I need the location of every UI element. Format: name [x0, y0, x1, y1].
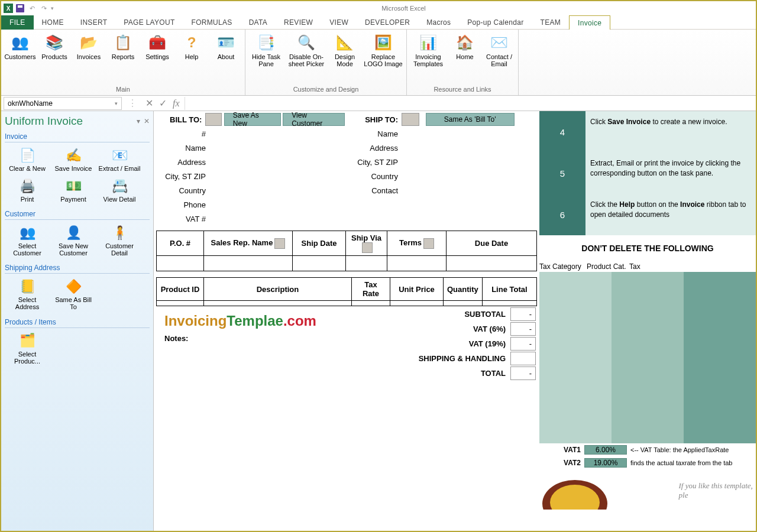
reports-button[interactable]: 📋Reports: [106, 31, 140, 63]
person-add-icon: 👤: [63, 225, 83, 241]
tip-text: Extract, Email or print the invoice by c…: [585, 153, 756, 194]
label: Products: [41, 53, 67, 60]
tab-insert[interactable]: INSERT: [72, 15, 116, 30]
help-button[interactable]: ?Help: [175, 31, 208, 63]
label: Name: [156, 144, 209, 153]
undo-icon[interactable]: ↶: [27, 4, 37, 13]
invoices-button[interactable]: 📂Invoices: [72, 31, 105, 63]
same-as-bill-button[interactable]: 🔶Same As Bill To: [51, 276, 96, 313]
home-link-button[interactable]: 🏠Home: [448, 31, 481, 63]
svg-text:X: X: [7, 5, 11, 12]
products-button[interactable]: 📚Products: [38, 31, 71, 63]
tab-file[interactable]: FILE: [1, 15, 34, 30]
image-icon: 🖼️: [374, 33, 393, 52]
tab-data[interactable]: DATA: [241, 15, 276, 30]
ship-selector[interactable]: [402, 113, 419, 126]
cell[interactable]: [346, 256, 387, 271]
view-detail-button[interactable]: 📇View Detail: [97, 176, 142, 205]
tab-review[interactable]: REVIEW: [276, 15, 321, 30]
label: Clear & New: [9, 165, 46, 172]
customers-button[interactable]: 👥Customers: [4, 31, 37, 63]
chevron-down-icon[interactable]: ▾: [137, 117, 140, 125]
tip-number: 5: [539, 153, 585, 194]
enter-icon[interactable]: ✓: [159, 98, 167, 109]
design-mode-button[interactable]: 📐Design Mode: [328, 31, 361, 70]
clear-new-button[interactable]: 📄Clear & New: [5, 145, 50, 174]
payment-button[interactable]: 💵Payment: [51, 176, 96, 205]
same-as-bill-to-button[interactable]: Same As 'Bill To': [426, 113, 515, 126]
label: Name: [348, 129, 402, 138]
customer-detail-button[interactable]: 🧍Customer Detail: [97, 222, 142, 259]
cell[interactable]: [204, 301, 352, 306]
cell[interactable]: [447, 256, 537, 271]
print-button[interactable]: 🖨️Print: [5, 176, 50, 205]
tab-popup-calendar[interactable]: Pop-up Calendar: [459, 15, 532, 30]
app-title: Microsoft Excel: [54, 5, 753, 12]
save-new-customer-button[interactable]: 👤Save New Customer: [51, 222, 96, 259]
cell[interactable]: [157, 256, 204, 271]
vat19-label: VAT (19%): [348, 337, 509, 351]
select-address-button[interactable]: 📒Select Address: [5, 276, 50, 313]
bill-selector[interactable]: [205, 113, 222, 126]
save-as-new-button[interactable]: Save As New: [224, 113, 281, 126]
settings-button[interactable]: 🧰Settings: [141, 31, 174, 63]
replace-logo-button[interactable]: 🖼️Replace LOGO Image: [363, 31, 404, 70]
view-customer-button[interactable]: View Customer: [283, 113, 345, 126]
ribbon-group-customize: 📑Hide Task Pane 🔍Disable On-sheet Picker…: [245, 30, 407, 95]
chevron-down-icon[interactable]: ▾: [115, 100, 118, 106]
person-icon: 🧍: [109, 225, 130, 241]
taskpane-title-text: Uniform Invoice: [5, 115, 83, 128]
about-button[interactable]: 🪪About: [209, 31, 242, 63]
contact-email-button[interactable]: ✉️Contact / Email: [483, 31, 516, 70]
cell[interactable]: [482, 301, 536, 306]
shipping-value[interactable]: [510, 352, 536, 365]
tab-home[interactable]: HOME: [34, 15, 72, 30]
tab-formulas[interactable]: FORMULAS: [183, 15, 241, 30]
save-invoice-button[interactable]: ✍️Save Invoice: [51, 145, 96, 174]
cell[interactable]: [352, 301, 390, 306]
worksheet[interactable]: BILL TO: Save As New View Customer # Nam…: [154, 111, 756, 531]
label: Help: [185, 53, 199, 60]
tab-team[interactable]: TEAM: [532, 15, 570, 30]
tab-view[interactable]: VIEW: [321, 15, 357, 30]
via-selector[interactable]: [362, 242, 373, 253]
select-customer-button[interactable]: 👥Select Customer: [5, 222, 50, 259]
save-icon[interactable]: [15, 4, 25, 13]
disable-picker-button[interactable]: 🔍Disable On-sheet Picker: [286, 31, 327, 70]
vat6-value: -: [510, 322, 536, 336]
cancel-icon[interactable]: ✕: [145, 98, 153, 109]
col-price: Unit Price: [390, 278, 444, 301]
section-invoice: Invoice: [5, 131, 150, 142]
chart-icon: 📊: [419, 33, 438, 52]
cell[interactable]: [390, 301, 444, 306]
col-shipvia: Ship Via: [346, 231, 387, 256]
hide-taskpane-button[interactable]: 📑Hide Task Pane: [248, 31, 284, 70]
redo-icon[interactable]: ↷: [39, 4, 48, 13]
label: Save New Customer: [52, 242, 95, 257]
items-table: Product ID Description Tax Rate Unit Pri…: [156, 277, 537, 306]
cell[interactable]: [204, 256, 293, 271]
cell[interactable]: [293, 256, 346, 271]
tab-macros[interactable]: Macros: [418, 15, 459, 30]
ribbon-group-resource: 📊Invoicing Templates 🏠Home ✉️Contact / E…: [407, 30, 519, 95]
subtotal-value: -: [510, 307, 536, 321]
tab-developer[interactable]: DEVELOPER: [357, 15, 418, 30]
cell[interactable]: [157, 301, 204, 306]
formula-input[interactable]: [185, 97, 756, 110]
terms-selector[interactable]: [423, 238, 434, 249]
fx-icon[interactable]: fx: [173, 98, 180, 109]
ribbon-group-main: 👥Customers 📚Products 📂Invoices 📋Reports …: [1, 30, 245, 95]
name-box[interactable]: oknWhoName▾: [4, 97, 122, 110]
select-product-button[interactable]: 🗂️Select Produc...: [5, 330, 50, 367]
rep-selector[interactable]: [274, 238, 285, 249]
tab-page-layout[interactable]: PAGE LAYOUT: [115, 15, 183, 30]
tab-invoice[interactable]: Invoice: [569, 15, 610, 30]
cell[interactable]: [387, 256, 447, 271]
group-label: Main: [4, 86, 242, 94]
cell[interactable]: [444, 301, 483, 306]
extract-email-button[interactable]: 📧Extract / Email: [97, 145, 142, 174]
close-icon[interactable]: ✕: [144, 117, 150, 125]
people-icon: 👥: [11, 33, 30, 52]
invoicing-templates-button[interactable]: 📊Invoicing Templates: [409, 31, 447, 70]
vat19-value: -: [510, 337, 536, 351]
